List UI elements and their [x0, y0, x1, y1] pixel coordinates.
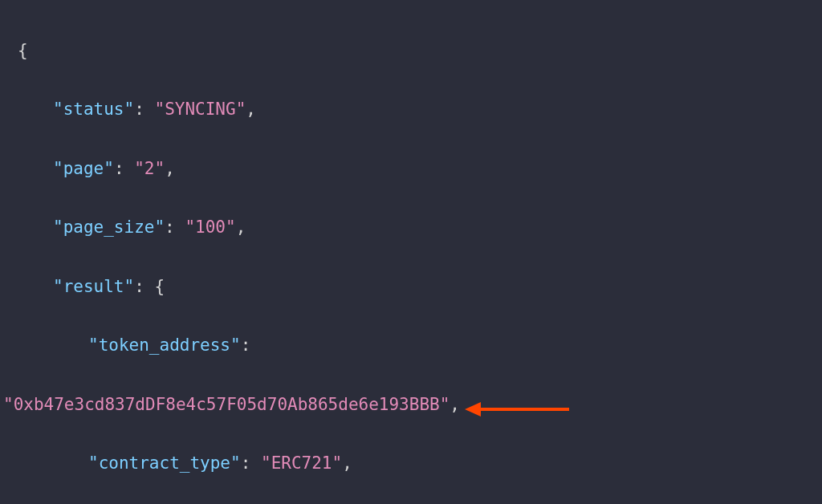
json-property-status: "status": "SYNCING",	[3, 95, 819, 124]
json-property-token-address-key: "token_address":	[3, 331, 819, 360]
json-property-result: "result": {	[3, 272, 819, 302]
arrow-line	[481, 408, 569, 411]
annotation-arrow	[465, 402, 569, 417]
json-code-block: { "status": "SYNCING", "page": "2", "pag…	[3, 6, 819, 504]
json-property-token-address-value: "0xb47e3cd837dDF8e4c57F05d70Ab865de6e193…	[3, 390, 819, 420]
json-property-page: "page": "2",	[3, 154, 819, 184]
brace-open: {	[3, 36, 819, 66]
json-property-contract-type: "contract_type": "ERC721",	[3, 449, 819, 478]
arrow-left-icon	[465, 402, 481, 417]
json-property-page-size: "page_size": "100",	[3, 213, 819, 242]
